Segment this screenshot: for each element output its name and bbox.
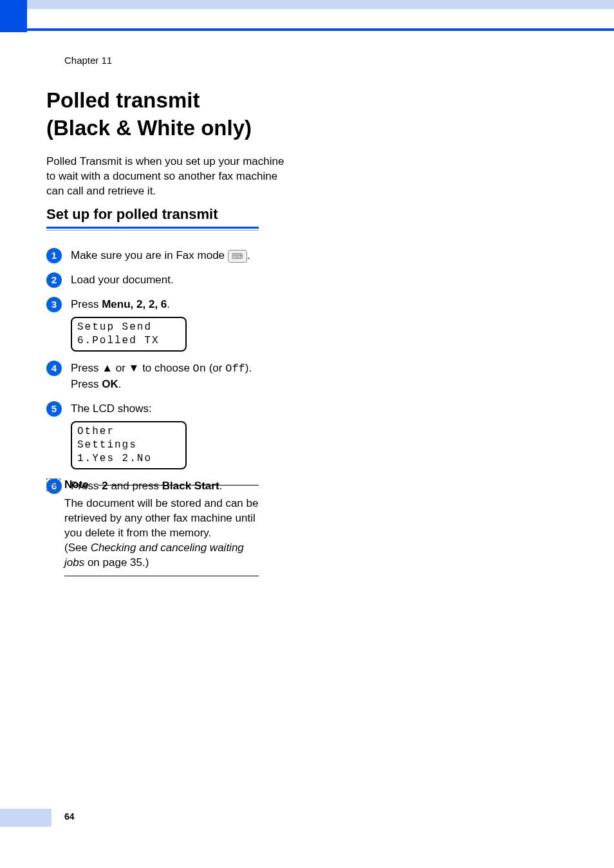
note-label: Note: [64, 478, 89, 491]
on-value: On: [193, 363, 206, 375]
steps-list: 1 Make sure you are in Fax mode ⌨. 2 Loa…: [46, 248, 265, 503]
step-number: 5: [46, 401, 62, 417]
lcd-line-1: Setup Send: [77, 321, 180, 334]
lcd-display: Setup Send 6.Polled TX: [71, 317, 187, 352]
page-title: Polled transmit (Black & White only): [46, 87, 317, 142]
top-banner: [0, 0, 614, 9]
lcd-line-2: 6.Polled TX: [77, 334, 180, 348]
step-3: 3 Press Menu, 2, 2, 6. Setup Send 6.Poll…: [46, 297, 265, 352]
step-text: Load your document.: [71, 274, 174, 286]
step-number: 1: [46, 248, 62, 263]
see-label: (See: [64, 542, 91, 554]
period: .: [247, 249, 250, 261]
step-2: 2 Load your document.: [46, 272, 265, 288]
subsection-rule-dark: [46, 227, 259, 229]
off-value: Off: [225, 363, 245, 375]
side-tab: [0, 0, 27, 32]
step-1: 1 Make sure you are in Fax mode ⌨.: [46, 248, 265, 263]
chapter-label: Chapter 11: [64, 55, 112, 66]
ok-key: OK: [102, 378, 118, 390]
step-4: 4 Press ▲ or ▼ to choose On (or Off). Pr…: [46, 361, 265, 392]
title-line-2: (Black & White only): [46, 116, 252, 140]
step-number: 4: [46, 361, 62, 376]
step-text: Make sure you are in Fax mode: [71, 249, 228, 261]
choose-label: to choose: [139, 362, 192, 374]
title-line-1: Polled transmit: [46, 88, 200, 112]
paren-open: (or: [206, 362, 225, 374]
note-block: ✎ Note The document will be stored and c…: [46, 478, 259, 576]
down-arrow-icon: ▼: [129, 362, 140, 374]
or-label: or: [113, 362, 129, 374]
page-ref: on page 35.): [84, 556, 149, 569]
lcd-line-2: 1.Yes 2.No: [77, 452, 180, 466]
intro-paragraph: Polled Transmit is when you set up your …: [46, 155, 291, 199]
subsection-rule-light: [46, 230, 259, 231]
lcd-display: Other Settings 1.Yes 2.No: [71, 421, 187, 469]
period: .: [167, 298, 170, 310]
note-icon: ✎: [46, 478, 60, 491]
step-text: The LCD shows:: [71, 402, 152, 415]
paren-close: ).: [245, 362, 252, 374]
note-header: ✎ Note: [46, 478, 259, 491]
press-label-2: Press: [71, 378, 102, 390]
step-number: 3: [46, 297, 62, 312]
key-sequence: , 2, 2, 6: [131, 298, 167, 310]
step-5: 5 The LCD shows: Other Settings 1.Yes 2.…: [46, 401, 265, 469]
period: .: [118, 378, 122, 390]
fax-mode-icon: ⌨: [228, 250, 247, 263]
note-body: The document will be stored and can be r…: [46, 491, 259, 576]
step-number: 2: [46, 272, 62, 288]
page-number: 64: [64, 811, 75, 822]
lcd-line-1: Other Settings: [77, 425, 180, 452]
up-arrow-icon: ▲: [102, 362, 113, 374]
menu-key: Menu: [102, 298, 130, 310]
press-label: Press: [71, 298, 102, 310]
subsection-header: Set up for polled transmit: [46, 206, 259, 231]
note-rule-top: [98, 485, 259, 486]
footer-tab: [0, 809, 51, 827]
note-text: The document will be stored and can be r…: [64, 497, 258, 539]
subsection-title: Set up for polled transmit: [46, 206, 259, 223]
note-rule-bottom: [64, 576, 259, 576]
header-rule: [27, 28, 614, 31]
press-label: Press: [71, 362, 102, 374]
